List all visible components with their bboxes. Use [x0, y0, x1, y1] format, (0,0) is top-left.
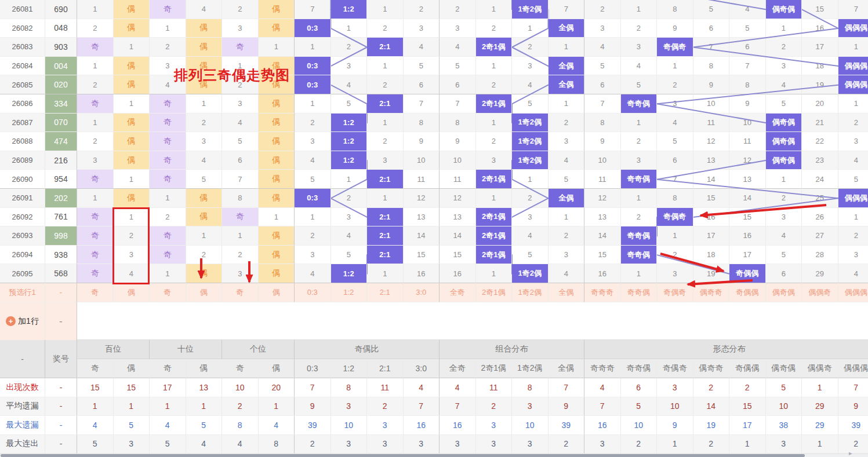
- table-cell: 2: [367, 19, 404, 38]
- period-cell: 26092: [0, 208, 45, 227]
- table-cell: 19: [802, 75, 838, 94]
- stats-value: 29: [802, 397, 838, 416]
- trend-hit-cell: 1:2: [331, 114, 368, 133]
- table-cell: 奇: [77, 38, 114, 57]
- prize-cell: 216: [45, 151, 77, 170]
- preselect-cell[interactable]: 1奇2偶: [512, 283, 549, 302]
- preselect-cell[interactable]: 偶偶奇: [802, 283, 838, 302]
- table-cell: 偶: [259, 264, 295, 283]
- table-cell: 2: [549, 226, 585, 246]
- table-cell: 3: [838, 246, 868, 265]
- preselect-cell[interactable]: 奇: [77, 283, 114, 302]
- table-cell: 奇: [150, 114, 186, 133]
- preselect-cell[interactable]: 0:3: [295, 283, 331, 302]
- table-cell: 7: [693, 38, 730, 57]
- stats-value: 13: [186, 378, 223, 397]
- trend-hit-cell: 1:2: [331, 264, 368, 283]
- table-cell: 15: [693, 189, 730, 208]
- preselect-cell[interactable]: 偶奇奇: [693, 283, 730, 302]
- table-cell: 6: [657, 151, 693, 170]
- preselect-cell[interactable]: 奇偶偶: [729, 283, 766, 302]
- preselect-cell[interactable]: 2奇1偶: [476, 283, 513, 302]
- table-cell: 6: [222, 151, 259, 170]
- table-cell: 4: [766, 226, 802, 246]
- preselect-cell[interactable]: 奇偶奇: [657, 283, 693, 302]
- table-cell: 7: [295, 0, 331, 19]
- table-cell: 1: [367, 189, 404, 208]
- stats-value: 2: [729, 378, 766, 397]
- stats-value: 2: [693, 435, 730, 454]
- preselect-cell[interactable]: 全偶: [549, 283, 585, 302]
- plus-icon: +: [6, 316, 16, 326]
- preselect-cell[interactable]: 奇奇奇: [584, 283, 621, 302]
- preselect-cell[interactable]: 偶奇偶: [766, 283, 802, 302]
- table-cell: 23: [802, 151, 838, 170]
- preselect-cell[interactable]: 奇: [150, 283, 186, 302]
- table-cell: 2: [584, 0, 621, 19]
- preselect-cell[interactable]: 偶偶偶: [838, 283, 868, 302]
- table-cell: 2: [440, 0, 476, 19]
- table-cell: 偶: [259, 94, 295, 114]
- table-cell: 13: [693, 151, 730, 170]
- trend-hit-cell: 偶奇偶: [766, 151, 802, 170]
- stats-value: 10: [331, 416, 368, 435]
- scroll-right-icon[interactable]: ▸: [849, 449, 852, 457]
- preselect-cell[interactable]: 偶: [259, 283, 295, 302]
- table-cell: 3: [621, 151, 658, 170]
- table-cell: 1: [114, 170, 150, 189]
- table-cell: 2: [512, 189, 549, 208]
- preselect-cell[interactable]: 奇: [222, 283, 259, 302]
- table-cell: 11: [404, 170, 440, 189]
- preselect-cell[interactable]: 3:0: [404, 283, 440, 302]
- table-cell: 26: [802, 208, 838, 227]
- table-cell: 7: [657, 170, 693, 189]
- stats-value: 4: [584, 378, 621, 397]
- stats-value: 4: [186, 435, 223, 454]
- prize-cell: 903: [45, 38, 77, 57]
- stats-value: 3: [584, 435, 621, 454]
- stats-value: 39: [549, 416, 585, 435]
- table-cell: 4: [838, 151, 868, 170]
- table-cell: 偶: [259, 114, 295, 133]
- table-cell: 2: [549, 114, 585, 133]
- table-cell: 1: [222, 226, 259, 246]
- table-cell: 偶: [259, 19, 295, 38]
- preselect-row-label[interactable]: 预选行1: [0, 283, 45, 302]
- table-cell: 3: [584, 19, 621, 38]
- stats-value: 3: [512, 435, 549, 454]
- table-cell: 4: [838, 264, 868, 283]
- preselect-cell[interactable]: 奇奇偶: [621, 283, 658, 302]
- stats-dash: -: [45, 378, 77, 397]
- stats-value: 4: [259, 416, 295, 435]
- table-cell: 2: [476, 132, 513, 151]
- table-cell: 1: [367, 264, 404, 283]
- table-cell: 18: [802, 57, 838, 76]
- table-cell: 15: [440, 246, 476, 265]
- stats-value: 3: [367, 416, 404, 435]
- table-cell: 2: [476, 75, 513, 94]
- table-cell: 12: [729, 151, 766, 170]
- stats-value: 3: [331, 435, 368, 454]
- stats-dash: -: [45, 397, 77, 416]
- stats-value: 17: [150, 378, 186, 397]
- table-cell: 5: [693, 0, 730, 19]
- period-cell: 26088: [0, 132, 45, 151]
- add-row-button[interactable]: + 加1行: [0, 302, 45, 340]
- preselect-cell[interactable]: 2:1: [367, 283, 404, 302]
- stats-value: 29: [802, 416, 838, 435]
- preselect-cell[interactable]: 全奇: [440, 283, 476, 302]
- period-cell: 26081: [0, 0, 45, 19]
- table-cell: 2: [222, 0, 259, 19]
- stats-value: 2: [549, 435, 585, 454]
- preselect-cell[interactable]: 偶: [186, 283, 223, 302]
- horizontal-scrollbar[interactable]: [0, 454, 868, 457]
- preselect-cell[interactable]: 偶: [114, 283, 150, 302]
- trend-hit-cell: 1奇2偶: [512, 132, 549, 151]
- preselect-cell[interactable]: 1:2: [331, 283, 368, 302]
- table-cell: 偶: [186, 19, 223, 38]
- scrollbar-thumb[interactable]: [1, 454, 805, 457]
- table-cell: 2: [838, 114, 868, 133]
- prize-cell: 020: [45, 75, 77, 94]
- table-cell: 4: [295, 151, 331, 170]
- period-cell: 26083: [0, 38, 45, 57]
